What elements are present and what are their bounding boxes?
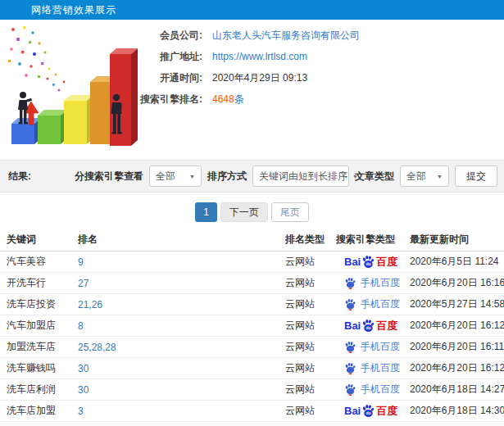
baidu-logo-bai-text: Bai	[344, 256, 361, 268]
baidu-pc-logo: Bai du 百度	[344, 255, 397, 270]
rank-cell[interactable]: 3	[78, 406, 285, 417]
table-row: 开洗车行 27 云网站 手机百度 2020年6月20日 16:16	[0, 273, 504, 294]
svg-text:du: du	[366, 411, 371, 415]
page-title: 网络营销效果展示	[31, 3, 116, 17]
engine-cell: 手机百度	[336, 383, 410, 397]
baidu-logo-bai-text: Bai	[344, 405, 361, 417]
engine-filter-selected: 全部	[156, 170, 175, 184]
rank-unit: 条	[234, 93, 244, 105]
rank-cell[interactable]: 30	[78, 363, 285, 374]
updated-cell: 2020年6月5日 11:24	[410, 255, 504, 269]
mobile-baidu-paw-icon	[344, 383, 356, 396]
keyword-cell: 汽车美容	[0, 255, 78, 269]
last-page-button[interactable]: 尾页	[271, 202, 309, 222]
table-row: 汽车美容 9 云网站 Bai du 百度 2020年6月5日 11:24	[0, 252, 504, 273]
company-link[interactable]: 山东老人头汽车服务咨询有限公司	[212, 25, 360, 46]
mobile-baidu-label: 手机百度	[361, 383, 400, 397]
promo-url-link[interactable]: https://www.lrtlsd.com	[212, 46, 307, 67]
company-label: 会员公司:	[127, 25, 202, 46]
rank-cell[interactable]: 25,28,28	[78, 342, 285, 353]
engine-cell: 手机百度	[336, 361, 410, 375]
engine-rank-label: 搜索引擎排名:	[127, 88, 202, 110]
header-updated: 最新更新时间	[410, 233, 504, 247]
rank-type-cell: 云网站	[285, 255, 336, 269]
header-engine-type: 搜索引擎类型	[336, 233, 410, 247]
baidu-mobile-badge: 手机百度	[344, 361, 400, 375]
bar-yellow	[64, 95, 93, 144]
rank-type-cell: 云网站	[285, 276, 336, 290]
baidu-mobile-badge: 手机百度	[344, 340, 400, 354]
ranking-table: 关键词 排名 排名类型 搜索引擎类型 最新更新时间 汽车美容 9 云网站 Bai…	[0, 229, 504, 422]
result-label: 结果:	[8, 170, 31, 184]
updated-cell: 2020年6月18日 14:27	[410, 383, 504, 397]
updated-cell: 2020年6月20日 16:16	[410, 276, 504, 290]
sort-label: 排序方式	[207, 170, 247, 184]
baidu-mobile-badge: 手机百度	[344, 297, 400, 311]
article-type-select[interactable]: 全部 ▼	[400, 165, 449, 187]
rank-count: 4648	[212, 93, 234, 105]
rank-type-cell: 云网站	[285, 340, 336, 354]
rank-type-cell: 云网站	[285, 319, 336, 333]
page-1-button[interactable]: 1	[195, 202, 217, 222]
mobile-baidu-label: 手机百度	[361, 361, 400, 375]
keyword-cell: 汽车加盟店	[0, 319, 78, 333]
rank-cell[interactable]: 8	[78, 320, 285, 332]
title-bar: 网络营销效果展示	[0, 0, 504, 20]
filter-controls: 分搜索引擎查看 全部 ▼ 排序方式 关键词由短到长排序 ▼ 文章类型 全部 ▼ …	[75, 165, 497, 187]
submit-button[interactable]: 提交	[455, 165, 497, 187]
updated-cell: 2020年6月20日 16:12	[410, 319, 504, 333]
next-page-button[interactable]: 下一页	[220, 202, 268, 222]
rank-cell[interactable]: 21,26	[78, 299, 285, 310]
filter-bar: 结果: 分搜索引擎查看 全部 ▼ 排序方式 关键词由短到长排序 ▼ 文章类型 全…	[0, 160, 504, 193]
mobile-baidu-label: 手机百度	[361, 340, 400, 354]
promo-url-label: 推广地址:	[127, 46, 202, 67]
engine-cell: Bai du 百度	[336, 319, 410, 333]
mobile-baidu-label: 手机百度	[361, 297, 400, 311]
confetti-dots	[8, 26, 65, 92]
baidu-logo-cn-text: 百度	[376, 255, 397, 270]
mobile-baidu-paw-icon	[344, 298, 356, 310]
table-row: 洗车店投资 21,26 云网站 手机百度 2020年5月27日 14:58	[0, 294, 504, 315]
table-header-row: 关键词 排名 排名类型 搜索引擎类型 最新更新时间	[0, 229, 504, 252]
mobile-baidu-paw-icon	[344, 341, 356, 353]
rank-type-cell: 云网站	[285, 361, 336, 375]
keyword-cell: 开洗车行	[0, 276, 78, 290]
engine-cell: 手机百度	[336, 276, 410, 290]
chevron-down-icon: ▼	[437, 174, 443, 179]
keyword-cell: 加盟洗车店	[0, 340, 78, 354]
table-row: 汽车加盟店 8 云网站 Bai du 百度 2020年6月20日 16:12	[0, 315, 504, 337]
engine-cell: Bai du 百度	[336, 255, 410, 270]
baidu-pc-logo: Bai du 百度	[344, 319, 397, 333]
rank-cell[interactable]: 27	[78, 278, 285, 289]
table-body: 汽车美容 9 云网站 Bai du 百度 2020年6月5日 11:24 开洗车…	[0, 252, 504, 422]
keyword-cell: 洗车店利润	[0, 383, 78, 397]
pagination: 1 下一页 尾页	[0, 193, 504, 222]
engine-cell: 手机百度	[336, 297, 410, 311]
rank-type-cell: 云网站	[285, 404, 336, 418]
baidu-paw-icon: du	[361, 404, 375, 418]
baidu-logo-bai-text: Bai	[344, 320, 361, 332]
table-row: 加盟洗车店 25,28,28 云网站 手机百度 2020年6月20日 16:11	[0, 337, 504, 358]
mobile-baidu-label: 手机百度	[361, 276, 400, 290]
promo-url-row: 推广地址: https://www.lrtlsd.com	[127, 46, 360, 67]
sort-selected: 关键词由短到长排序	[259, 170, 347, 184]
header-rank: 排名	[78, 233, 285, 247]
open-time-label: 开通时间:	[127, 67, 202, 88]
engine-filter-select[interactable]: 全部 ▼	[149, 165, 202, 187]
open-time-row: 开通时间: 2020年4月29日 09:13	[127, 67, 360, 88]
rank-type-cell: 云网站	[285, 297, 336, 311]
baidu-paw-icon: du	[361, 255, 375, 269]
keyword-cell: 洗车赚钱吗	[0, 361, 78, 375]
rank-cell[interactable]: 9	[78, 256, 285, 268]
baidu-logo-cn-text: 百度	[376, 319, 397, 333]
svg-text:du: du	[366, 262, 371, 266]
sort-select[interactable]: 关键词由短到长排序 ▼	[252, 165, 349, 187]
baidu-pc-logo: Bai du 百度	[344, 404, 397, 419]
engine-rank-value: 4648条	[212, 88, 244, 110]
chevron-down-icon: ▼	[189, 174, 195, 179]
updated-cell: 2020年5月27日 14:58	[410, 297, 504, 311]
rank-type-cell: 云网站	[285, 383, 336, 397]
rank-cell[interactable]: 30	[78, 384, 285, 396]
keyword-cell: 洗车店加盟	[0, 404, 78, 418]
engine-cell: 手机百度	[336, 340, 410, 354]
